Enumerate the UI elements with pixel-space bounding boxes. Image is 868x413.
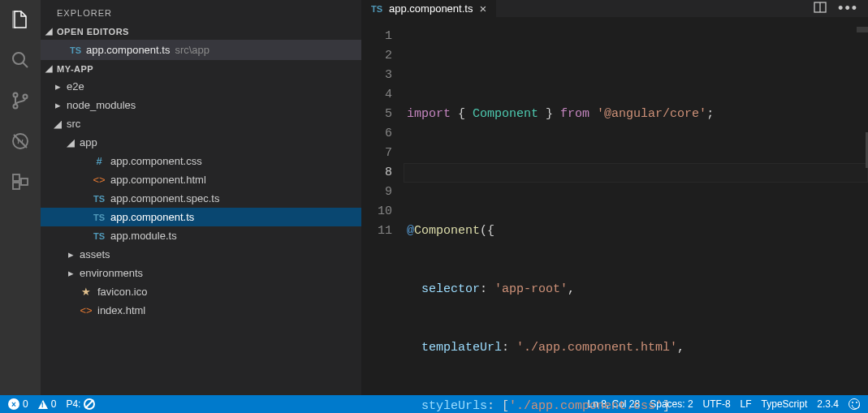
file-app-component-ts[interactable]: TSapp.component.ts (41, 208, 361, 226)
ts-icon: TS (371, 4, 382, 14)
svg-point-2 (14, 105, 18, 109)
hash-icon: # (93, 155, 106, 167)
activity-bar (0, 0, 41, 395)
folder-assets[interactable]: ▸assets (41, 245, 361, 264)
close-icon[interactable]: × (479, 2, 486, 15)
tabbar-actions: ••• (804, 0, 868, 17)
more-icon[interactable]: ••• (838, 0, 858, 17)
code-editor[interactable]: 1234567891011 import { Component } from … (361, 17, 868, 413)
collapse-icon: ◢ (44, 63, 54, 74)
ts-icon: TS (93, 194, 106, 204)
file-app-module[interactable]: TSapp.module.ts (41, 226, 361, 245)
svg-point-1 (14, 93, 18, 97)
file-app-component-html[interactable]: <>app.component.html (41, 170, 361, 189)
warning-icon (38, 400, 48, 409)
open-editor-name: app.component.ts (86, 44, 170, 56)
status-warnings[interactable]: 0 (38, 398, 57, 410)
status-feedback[interactable] (849, 398, 860, 410)
search-icon[interactable] (9, 49, 32, 71)
open-editors-label: OPEN EDITORS (57, 27, 129, 37)
active-line-highlight (404, 163, 868, 183)
error-icon: × (8, 398, 19, 410)
explorer-icon[interactable] (9, 8, 32, 31)
collapse-icon: ◢ (44, 26, 54, 37)
ts-icon: TS (93, 213, 106, 222)
tabbar: TS app.component.ts × ••• (361, 0, 868, 17)
ts-icon: TS (93, 231, 106, 241)
folder-node-modules[interactable]: ▸node_modules (41, 96, 361, 114)
tab-label: app.component.ts (389, 2, 473, 15)
folder-src[interactable]: ◢src (41, 114, 361, 133)
html-icon: <> (80, 304, 93, 316)
svg-rect-6 (13, 183, 19, 189)
sidebar-title: EXPLORER (41, 0, 361, 23)
smiley-icon (849, 398, 860, 410)
gutter: 1234567891011 (361, 27, 407, 413)
open-editor-item[interactable]: TS app.component.ts src\app (41, 40, 361, 60)
svg-rect-7 (21, 179, 28, 185)
file-app-component-spec[interactable]: TSapp.component.spec.ts (41, 189, 361, 208)
sidebar: EXPLORER ◢ OPEN EDITORS TS app.component… (41, 0, 361, 395)
html-icon: <> (93, 174, 106, 186)
open-editors-header[interactable]: ◢ OPEN EDITORS (41, 23, 361, 40)
scrollbar-indicator (857, 27, 868, 32)
svg-rect-5 (13, 174, 19, 181)
folder-e2e[interactable]: ▸e2e (41, 77, 361, 96)
file-app-component-css[interactable]: #app.component.css (41, 152, 361, 170)
svg-point-0 (13, 53, 24, 64)
open-editor-path: src\app (175, 44, 209, 56)
extensions-icon[interactable] (9, 170, 32, 193)
file-favicon[interactable]: ★favicon.ico (41, 282, 361, 301)
split-editor-icon[interactable] (814, 1, 827, 16)
folder-environments[interactable]: ▸environments (41, 264, 361, 282)
status-p4[interactable]: P4: (66, 398, 95, 410)
project-header[interactable]: ◢ MY-APP (41, 60, 361, 77)
editor-area: TS app.component.ts × ••• 1234567891011 … (361, 0, 868, 395)
folder-app[interactable]: ◢app (41, 133, 361, 152)
status-errors[interactable]: ×0 (8, 398, 28, 410)
svg-point-3 (24, 95, 28, 99)
code-lines[interactable]: import { Component } from '@angular/core… (407, 27, 868, 413)
source-control-icon[interactable] (9, 89, 32, 112)
ts-icon: TS (70, 45, 81, 55)
no-icon (84, 398, 95, 410)
file-index-html[interactable]: <>index.html (41, 301, 361, 320)
project-label: MY-APP (57, 64, 93, 74)
star-icon: ★ (80, 286, 93, 298)
editor-tab[interactable]: TS app.component.ts × (361, 0, 497, 17)
file-tree: ▸e2e ▸node_modules ◢src ◢app #app.compon… (41, 77, 361, 320)
debug-icon[interactable] (9, 130, 32, 153)
